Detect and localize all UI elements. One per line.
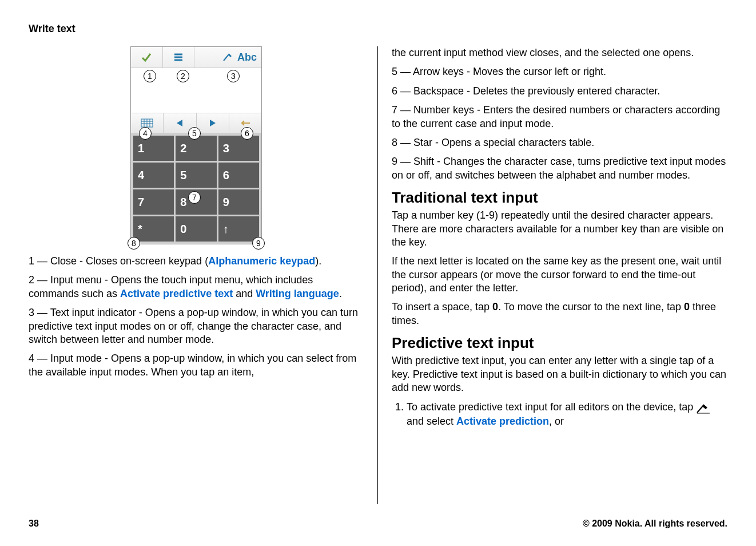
- link-alphanumeric-keypad[interactable]: Alphanumeric keypad: [208, 255, 315, 267]
- page-footer: 38 © 2009 Nokia. All rights reserved.: [29, 519, 727, 529]
- text: . To move the cursor to the next line, t…: [498, 301, 684, 312]
- traditional-paragraph-3: To insert a space, tap 0. To move the cu…: [392, 300, 727, 327]
- legend-item-4-continued: the current input method view closes, an…: [392, 46, 727, 60]
- predictive-steps-list: To activate predictive text input for al…: [392, 400, 727, 428]
- keypad-illustration: Abc: [130, 46, 262, 244]
- text: To activate predictive text input for al…: [407, 401, 696, 413]
- key-shift: ↑: [218, 216, 259, 242]
- key-7: 7: [133, 189, 174, 215]
- text: and select: [407, 416, 456, 427]
- legend-item-1: 1 — Close - Closes on-screen keypad (Alp…: [29, 255, 364, 268]
- link-writing-language[interactable]: Writing language: [256, 288, 339, 299]
- legend-item-7: 7 — Number keys - Enters the desired num…: [392, 104, 727, 130]
- key-9: 9: [218, 189, 259, 215]
- legend-item-5: 5 — Arrow keys - Moves the cursor left o…: [392, 65, 727, 78]
- keypad-indicator-cell: Abc: [194, 47, 261, 68]
- text: , or: [549, 416, 564, 427]
- traditional-paragraph-2: If the next letter is located on the sam…: [392, 255, 727, 295]
- keypad-menu-cell: [163, 47, 195, 68]
- key-ref-0b: 0: [684, 301, 690, 312]
- pencil-line-icon: [222, 52, 235, 62]
- heading-predictive-text-input: Predictive text input: [392, 334, 727, 352]
- backspace-icon: [240, 120, 251, 126]
- key-6: 6: [218, 163, 259, 188]
- key-5: 5: [176, 163, 216, 188]
- two-column-layout: Abc: [29, 46, 727, 504]
- keypad-top-row: Abc: [131, 47, 261, 68]
- keypad-arrow-right: [197, 113, 229, 133]
- abc-indicator: Abc: [237, 52, 257, 64]
- text: To insert a space, tap: [392, 301, 492, 312]
- callout-5: 5: [188, 127, 201, 140]
- legend-item-4: 4 — Input mode - Opens a pop-up window, …: [29, 352, 364, 379]
- callout-3: 3: [227, 70, 240, 82]
- key-ref-0a: 0: [492, 301, 498, 312]
- link-activate-predictive-text[interactable]: Activate predictive text: [120, 288, 233, 299]
- keyboard-grid-icon: [141, 118, 153, 128]
- legend-item-9: 9 — Shift - Changes the character case, …: [392, 155, 727, 182]
- arrow-right-icon: [209, 118, 217, 128]
- section-header: Write text: [29, 23, 727, 35]
- svg-marker-11: [177, 120, 182, 126]
- menu-icon: [173, 52, 184, 63]
- callout-1: 1: [144, 70, 156, 82]
- text: ).: [315, 255, 321, 267]
- link-activate-prediction[interactable]: Activate prediction: [456, 416, 549, 427]
- legend-item-8: 8 — Star - Opens a special characters ta…: [392, 136, 727, 149]
- text: .: [339, 288, 342, 299]
- keypad-close-cell: [131, 47, 163, 68]
- arrow-left-icon: [176, 118, 184, 128]
- predictive-step-1: To activate predictive text input for al…: [407, 400, 727, 428]
- callout-2: 2: [177, 70, 189, 82]
- key-2: 2: [176, 136, 216, 161]
- legend-item-6: 6 — Backspace - Deletes the previously e…: [392, 85, 727, 98]
- key-star: *: [133, 216, 174, 242]
- predictive-paragraph-1: With predictive text input, you can ente…: [392, 354, 727, 394]
- text: 1 — Close - Closes on-screen keypad (: [29, 255, 208, 267]
- svg-marker-12: [210, 120, 216, 126]
- check-icon: [141, 52, 152, 63]
- pencil-underline-icon: [696, 402, 712, 414]
- callout-8: 8: [128, 237, 140, 250]
- legend-item-3: 3 — Text input indicator - Opens a pop-u…: [29, 306, 364, 346]
- right-column: the current input method view closes, an…: [378, 46, 727, 504]
- page-number: 38: [29, 519, 39, 529]
- key-0: 0: [176, 216, 216, 242]
- keypad-illustration-wrap: Abc: [29, 46, 364, 244]
- key-3: 3: [218, 136, 259, 161]
- copyright-text: © 2009 Nokia. All rights reserved.: [583, 519, 727, 529]
- callout-4: 4: [139, 127, 152, 140]
- text: and: [233, 288, 256, 299]
- left-column: Abc: [29, 46, 378, 504]
- key-4: 4: [133, 163, 174, 188]
- callout-6: 6: [241, 127, 253, 140]
- heading-traditional-text-input: Traditional text input: [392, 189, 727, 207]
- traditional-paragraph-1: Tap a number key (1-9) repeatedly until …: [392, 209, 727, 249]
- callout-7: 7: [188, 191, 201, 204]
- legend-item-2: 2 — Input menu - Opens the touch input m…: [29, 274, 364, 300]
- callout-9: 9: [252, 237, 265, 250]
- key-1: 1: [133, 136, 174, 161]
- keypad-number-grid: 1 2 3 4 5 6 7 8 9 * 0 ↑: [131, 133, 261, 244]
